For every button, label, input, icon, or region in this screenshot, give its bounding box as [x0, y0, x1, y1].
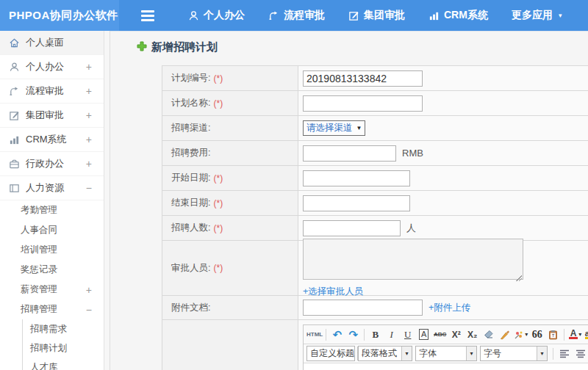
- strikethrough-button[interactable]: ABC: [432, 327, 448, 342]
- bar-chart-icon: [9, 134, 20, 145]
- topnav-personal-office[interactable]: 个人办公: [179, 0, 254, 31]
- format-brush-icon[interactable]: [497, 327, 512, 342]
- sidebar-item-recruit-plan[interactable]: 招聘计划: [22, 338, 104, 358]
- autotypeset-button[interactable]: A: [416, 327, 431, 342]
- sidebar-item-group-approval[interactable]: 集团审批 +: [0, 104, 104, 128]
- eraser-icon[interactable]: [481, 327, 496, 342]
- select-caret-icon: ▼: [356, 125, 362, 131]
- field-label: 计划编号:: [171, 72, 210, 84]
- autotype-color-icon[interactable]: ▾: [513, 327, 528, 342]
- field-label: 招聘渠道:: [171, 122, 210, 134]
- workflow-icon: [9, 86, 20, 97]
- topnav-more-apps[interactable]: 更多应用 ▾: [503, 0, 571, 31]
- collapse-icon[interactable]: −: [86, 304, 92, 316]
- home-icon: [9, 37, 20, 48]
- required-mark: (*): [213, 173, 223, 184]
- subscript-button[interactable]: X₂: [465, 327, 480, 342]
- paragraph-format-select[interactable]: 段落格式 ▾: [358, 346, 412, 361]
- sidebar-item-administration[interactable]: 行政办公 +: [0, 152, 104, 176]
- sidebar-scrollbar[interactable]: [104, 31, 110, 370]
- required-mark: (*): [213, 198, 223, 208]
- form-row-channel: 招聘渠道: 请选择渠道 ▼: [162, 116, 588, 141]
- align-center-icon[interactable]: [573, 346, 588, 361]
- expand-icon[interactable]: +: [86, 284, 92, 296]
- sidebar-item-recruit-demand[interactable]: 招聘需求: [22, 319, 104, 338]
- font-color-button[interactable]: A ▾: [567, 327, 583, 342]
- expand-icon[interactable]: +: [86, 158, 92, 170]
- sidebar-item-personal-desktop[interactable]: 个人桌面: [0, 31, 104, 55]
- sidebar-item-training[interactable]: 培训管理: [0, 240, 104, 260]
- sidebar-item-talent-pool[interactable]: 人才库: [22, 358, 104, 370]
- sidebar-item-workflow-approval[interactable]: 流程审批 +: [0, 79, 104, 104]
- top-navigation: 个人办公 流程审批 集团审批 CRM系统 更多应用 ▾: [119, 0, 588, 31]
- select-caret-icon: ▾: [401, 347, 412, 360]
- redo-button[interactable]: ↷: [345, 327, 361, 342]
- user-icon: [188, 10, 199, 21]
- bold-button[interactable]: B: [368, 327, 383, 342]
- sidebar-item-recruit-mgmt[interactable]: 招聘管理 −: [0, 300, 104, 319]
- svg-text:T: T: [552, 333, 555, 338]
- source-code-button[interactable]: HTML: [306, 327, 323, 342]
- people-suffix: 人: [406, 222, 416, 235]
- background-color-button[interactable]: ab ▾: [584, 327, 588, 342]
- channel-select[interactable]: 请选择渠道 ▼: [303, 120, 365, 136]
- plan-no-input[interactable]: [303, 70, 423, 87]
- edit-icon: [9, 110, 20, 121]
- field-label: 审批人员:: [171, 262, 210, 275]
- app-logo: PHPOA协同办公软件: [0, 0, 119, 31]
- sidebar-item-hr-contract[interactable]: 人事合同: [0, 220, 104, 240]
- field-label: 招聘人数:: [171, 222, 210, 234]
- topnav-crm[interactable]: CRM系统: [420, 0, 497, 31]
- paste-clipboard-icon[interactable]: T: [545, 327, 561, 342]
- editor-toolbar-row1: HTML ↶ ↷ B I U A ABC X² X₂: [304, 325, 588, 344]
- select-caret-icon: ▾: [537, 347, 547, 360]
- currency-suffix: RMB: [402, 148, 423, 159]
- sidebar-item-personal-office[interactable]: 个人办公 +: [0, 55, 104, 79]
- bar-chart-icon: [429, 10, 440, 21]
- attachment-upload-link[interactable]: +附件上传: [429, 302, 470, 314]
- expand-icon[interactable]: +: [86, 61, 92, 73]
- plus-green-icon: [137, 41, 147, 54]
- font-family-select[interactable]: 字体 ▾: [415, 346, 477, 361]
- sidebar-item-attendance[interactable]: 考勤管理: [0, 200, 104, 220]
- select-caret-icon: ▾: [466, 347, 476, 360]
- collapse-icon[interactable]: −: [86, 182, 92, 194]
- topnav-workflow-approval[interactable]: 流程审批: [259, 0, 334, 31]
- sidebar-item-hr[interactable]: 人力资源 −: [0, 176, 104, 200]
- hamburger-menu-icon[interactable]: [141, 6, 160, 25]
- editor-content-area[interactable]: [304, 363, 588, 370]
- approver-textarea[interactable]: [303, 239, 523, 280]
- blockquote-button[interactable]: 66: [529, 327, 545, 342]
- italic-button[interactable]: I: [384, 327, 399, 342]
- cost-input[interactable]: [303, 145, 396, 162]
- field-label: 计划名称:: [171, 97, 210, 109]
- expand-icon[interactable]: +: [86, 109, 92, 121]
- sidebar-item-rewards[interactable]: 奖惩记录: [0, 260, 104, 280]
- required-mark: (*): [213, 223, 223, 233]
- topnav-group-approval[interactable]: 集团审批: [340, 0, 414, 31]
- sidebar: 个人桌面 个人办公 + 流程审批 + 集团审批 + CRM系统 + 行政办公 +: [0, 31, 104, 370]
- plan-name-input[interactable]: [303, 95, 423, 112]
- end-date-input[interactable]: [303, 195, 410, 211]
- underline-button[interactable]: U: [400, 327, 415, 342]
- superscript-button[interactable]: X²: [448, 327, 464, 342]
- caret-down-icon: ▾: [559, 12, 562, 19]
- undo-button[interactable]: ↶: [329, 327, 345, 342]
- attachment-input[interactable]: [303, 300, 423, 316]
- form-row-end-date: 结束日期: (*): [162, 191, 588, 216]
- hr-book-icon: [9, 183, 20, 194]
- start-date-input[interactable]: [303, 170, 410, 186]
- form-row-plan-no: 计划编号: (*): [162, 66, 588, 91]
- font-size-select[interactable]: 字号 ▾: [480, 346, 548, 361]
- field-label: 附件文档:: [171, 302, 210, 314]
- sidebar-item-crm[interactable]: CRM系统 +: [0, 128, 104, 152]
- custom-title-select[interactable]: 自定义标题 ▾: [306, 346, 355, 361]
- main-content: 新增招聘计划 计划编号: (*) 计划名称: (*) 招聘: [110, 31, 588, 370]
- required-mark: (*): [213, 73, 223, 84]
- topbar: PHPOA协同办公软件 个人办公 流程审批 集团审批 CRM系统: [0, 0, 588, 31]
- sidebar-item-salary[interactable]: 薪资管理 +: [0, 280, 104, 300]
- align-left-icon[interactable]: [556, 346, 572, 361]
- expand-icon[interactable]: +: [86, 85, 92, 97]
- field-label: 结束日期:: [171, 197, 210, 209]
- expand-icon[interactable]: +: [86, 134, 92, 145]
